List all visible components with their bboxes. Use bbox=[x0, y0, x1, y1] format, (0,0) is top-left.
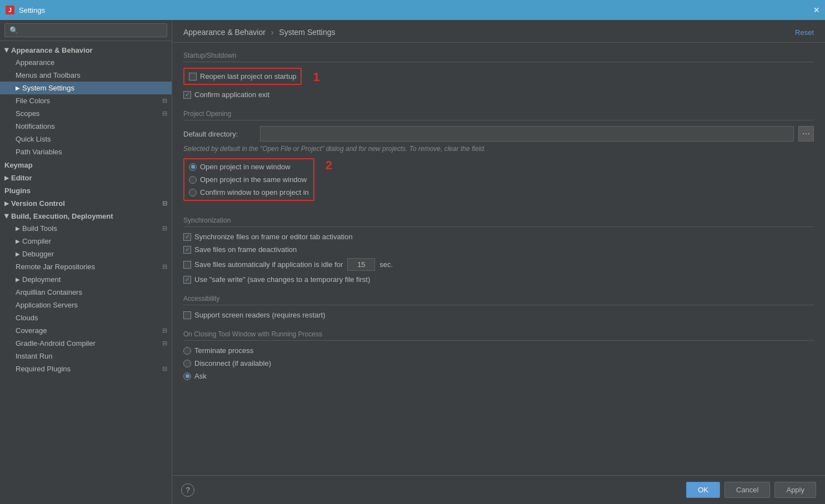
save-deactivation-row: Save files on frame deactivation bbox=[183, 245, 814, 254]
save-idle-label: Save files automatically if application … bbox=[194, 260, 343, 269]
disconnect-option[interactable]: Disconnect (if available) bbox=[183, 359, 271, 367]
close-button[interactable]: × bbox=[813, 5, 819, 15]
sidebar-item-editor[interactable]: ▶ Editor bbox=[0, 171, 172, 184]
save-idle-checkbox-wrap[interactable]: Save files automatically if application … bbox=[183, 260, 343, 269]
sidebar-item-build-execution-deployment[interactable]: ▶ Build, Execution, Deployment bbox=[0, 209, 172, 222]
sidebar-item-file-colors[interactable]: File Colors ⊟ bbox=[0, 94, 172, 107]
ask-radio[interactable] bbox=[183, 372, 191, 380]
terminate-process-label: Terminate process bbox=[194, 346, 253, 355]
external-icon: ⊟ bbox=[162, 263, 167, 270]
project-opening-section: Project Opening Default directory: ⋯ Sel… bbox=[183, 110, 814, 205]
safe-write-checkbox[interactable] bbox=[183, 276, 191, 284]
sidebar-item-gradle-android-compiler[interactable]: Gradle-Android Compiler ⊟ bbox=[0, 337, 172, 350]
save-deactivation-checkbox[interactable] bbox=[183, 246, 191, 254]
annotation-2: 2 bbox=[326, 158, 332, 173]
default-dir-input[interactable] bbox=[260, 126, 794, 142]
open-same-window-option[interactable]: Open project in the same window bbox=[189, 175, 309, 184]
hint-text: Selected by default in the "Open File or… bbox=[183, 145, 814, 153]
sidebar-item-application-servers[interactable]: Application Servers bbox=[0, 299, 172, 311]
triangle-icon: ▶ bbox=[16, 238, 20, 244]
sidebar-item-deployment[interactable]: ▶ Deployment bbox=[0, 273, 172, 286]
idle-seconds-input[interactable] bbox=[347, 258, 375, 271]
save-deactivation-checkbox-wrap[interactable]: Save files on frame deactivation bbox=[183, 245, 297, 254]
apply-button[interactable]: Apply bbox=[774, 482, 816, 498]
accessibility-section: Accessibility Support screen readers (re… bbox=[183, 295, 814, 319]
disconnect-label: Disconnect (if available) bbox=[194, 359, 271, 367]
terminate-process-option[interactable]: Terminate process bbox=[183, 346, 253, 355]
terminate-process-radio[interactable] bbox=[183, 347, 191, 355]
sidebar-item-notifications[interactable]: Notifications bbox=[0, 120, 172, 133]
startup-shutdown-title: Startup/Shutdown bbox=[183, 52, 814, 62]
default-dir-row: Default directory: ⋯ bbox=[183, 126, 814, 142]
sidebar-item-menus-toolbars[interactable]: Menus and Toolbars bbox=[0, 69, 172, 82]
sidebar-item-quick-lists[interactable]: Quick Lists bbox=[0, 133, 172, 145]
external-icon: ⊟ bbox=[162, 365, 167, 372]
save-idle-checkbox[interactable] bbox=[183, 261, 191, 269]
open-same-window-label: Open project in the same window bbox=[200, 175, 307, 184]
triangle-icon: ▶ bbox=[4, 175, 9, 181]
content-header: Appearance & Behavior › System Settings … bbox=[172, 20, 825, 43]
sync-files-checkbox-wrap[interactable]: Synchronize files on frame or editor tab… bbox=[183, 233, 353, 241]
sidebar-item-remote-jar-repos[interactable]: Remote Jar Repositories ⊟ bbox=[0, 260, 172, 273]
screen-readers-row: Support screen readers (requires restart… bbox=[183, 311, 814, 319]
sidebar-item-instant-run[interactable]: Instant Run bbox=[0, 350, 172, 362]
terminate-process-row: Terminate process bbox=[183, 346, 814, 355]
search-input[interactable] bbox=[4, 23, 167, 37]
sidebar-item-coverage[interactable]: Coverage ⊟ bbox=[0, 324, 172, 337]
sync-files-checkbox[interactable] bbox=[183, 233, 191, 241]
open-new-window-label: Open project in new window bbox=[200, 163, 291, 171]
sidebar-item-plugins[interactable]: Plugins bbox=[0, 184, 172, 196]
sidebar-item-appearance[interactable]: Appearance bbox=[0, 56, 172, 69]
external-icon: ⊟ bbox=[162, 200, 167, 207]
confirm-exit-checkbox-wrap[interactable]: Confirm application exit bbox=[183, 90, 269, 99]
sidebar-item-required-plugins[interactable]: Required Plugins ⊟ bbox=[0, 362, 172, 375]
ok-button[interactable]: OK bbox=[686, 482, 720, 498]
open-same-window-radio[interactable] bbox=[189, 176, 197, 184]
default-dir-label: Default directory: bbox=[183, 130, 256, 138]
open-new-window-radio[interactable] bbox=[189, 163, 197, 171]
sync-files-label: Synchronize files on frame or editor tab… bbox=[194, 233, 353, 241]
triangle-icon: ▶ bbox=[16, 251, 20, 257]
reopen-label: Reopen last project on startup bbox=[200, 72, 296, 80]
sidebar-item-build-tools[interactable]: ▶ Build Tools ⊟ bbox=[0, 222, 172, 235]
sidebar-item-scopes[interactable]: Scopes ⊟ bbox=[0, 107, 172, 120]
confirm-exit-row: Confirm application exit bbox=[183, 90, 814, 99]
search-box bbox=[0, 20, 172, 41]
sidebar-item-compiler[interactable]: ▶ Compiler bbox=[0, 235, 172, 248]
confirm-exit-checkbox[interactable] bbox=[183, 91, 191, 99]
disconnect-radio[interactable] bbox=[183, 360, 191, 367]
open-new-window-option[interactable]: Open project in new window bbox=[189, 163, 309, 171]
disconnect-row: Disconnect (if available) bbox=[183, 359, 814, 367]
sidebar-item-system-settings[interactable]: ▶ System Settings bbox=[0, 82, 172, 94]
reset-link[interactable]: Reset bbox=[795, 28, 814, 37]
cancel-button[interactable]: Cancel bbox=[724, 482, 770, 498]
confirm-window-radio[interactable] bbox=[189, 189, 197, 196]
triangle-icon: ▶ bbox=[16, 225, 20, 231]
confirm-window-option[interactable]: Confirm window to open project in bbox=[189, 188, 309, 196]
sidebar-item-arquillian-containers[interactable]: Arquillian Containers bbox=[0, 286, 172, 299]
ask-label: Ask bbox=[194, 372, 207, 380]
closing-tool-window-title: On Closing Tool Window with Running Proc… bbox=[183, 330, 814, 341]
safe-write-checkbox-wrap[interactable]: Use "safe write" (save changes to a temp… bbox=[183, 275, 370, 284]
triangle-icon: ▶ bbox=[16, 276, 20, 283]
sidebar: ▶ Appearance & Behavior Appearance Menus… bbox=[0, 20, 172, 504]
sidebar-item-debugger[interactable]: ▶ Debugger bbox=[0, 248, 172, 260]
help-button[interactable]: ? bbox=[181, 483, 194, 497]
ask-row: Ask bbox=[183, 372, 814, 380]
safe-write-row: Use "safe write" (save changes to a temp… bbox=[183, 275, 814, 284]
triangle-icon: ▶ bbox=[4, 200, 9, 206]
screen-readers-checkbox-wrap[interactable]: Support screen readers (requires restart… bbox=[183, 311, 326, 319]
browse-button[interactable]: ⋯ bbox=[798, 126, 814, 142]
sidebar-item-appearance-behavior[interactable]: ▶ Appearance & Behavior bbox=[0, 43, 172, 56]
reopen-checkbox[interactable] bbox=[189, 73, 197, 80]
screen-readers-label: Support screen readers (requires restart… bbox=[194, 311, 326, 319]
sidebar-item-keymap[interactable]: Keymap bbox=[0, 158, 172, 171]
sidebar-item-path-variables[interactable]: Path Variables bbox=[0, 145, 172, 158]
project-opening-options-box: Open project in new window Open project … bbox=[183, 158, 314, 201]
sidebar-item-clouds[interactable]: Clouds bbox=[0, 311, 172, 324]
screen-readers-checkbox[interactable] bbox=[183, 311, 191, 319]
triangle-icon: ▶ bbox=[4, 48, 10, 53]
ask-option[interactable]: Ask bbox=[183, 372, 207, 380]
nav-tree: ▶ Appearance & Behavior Appearance Menus… bbox=[0, 41, 172, 504]
sidebar-item-version-control[interactable]: ▶ Version Control ⊟ bbox=[0, 196, 172, 209]
